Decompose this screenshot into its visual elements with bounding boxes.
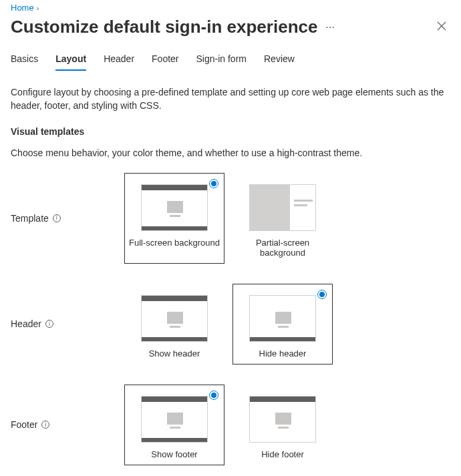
tab-review[interactable]: Review	[264, 49, 295, 71]
info-icon[interactable]: i	[45, 320, 53, 328]
radio-selected-icon	[209, 391, 218, 400]
template-option-full-screen[interactable]: Full-screen background	[124, 173, 224, 264]
visual-templates-heading: Visual templates	[11, 126, 450, 137]
thumbnail-icon	[249, 184, 316, 231]
info-icon[interactable]: i	[53, 214, 61, 222]
close-icon[interactable]	[433, 17, 450, 37]
breadcrumb: Home ›	[11, 0, 450, 13]
header-label: Header	[11, 318, 41, 329]
info-icon[interactable]: i	[41, 421, 49, 429]
tab-layout[interactable]: Layout	[55, 49, 86, 71]
footer-option-hide[interactable]: Hide footer	[233, 385, 333, 465]
header-option-label: Hide header	[259, 348, 307, 359]
thumbnail-icon	[249, 295, 316, 342]
radio-selected-icon	[209, 179, 218, 188]
header-option-label: Show header	[149, 348, 200, 359]
chevron-right-icon: ›	[37, 4, 39, 12]
template-label: Template	[11, 213, 49, 224]
template-option-label: Full-screen background	[129, 238, 220, 248]
more-actions-button[interactable]: ⋯	[325, 22, 335, 33]
thumbnail-icon	[141, 295, 208, 342]
tab-signin-form[interactable]: Sign-in form	[196, 49, 247, 71]
radio-selected-icon	[317, 290, 327, 299]
footer-option-show[interactable]: Show footer	[124, 385, 224, 465]
thumbnail-icon	[141, 184, 208, 231]
thumbnail-icon	[249, 396, 316, 443]
page-title: Customize default sign-in experience	[11, 17, 317, 37]
tab-basics[interactable]: Basics	[11, 49, 38, 71]
footer-option-label: Hide footer	[261, 449, 304, 459]
footer-label: Footer	[11, 419, 37, 430]
template-option-partial-screen[interactable]: Partial-screen background	[233, 173, 333, 264]
visual-templates-description: Choose menu behavior, your color theme, …	[11, 146, 450, 160]
template-option-label: Partial-screen background	[237, 238, 328, 258]
tab-footer[interactable]: Footer	[152, 49, 178, 71]
tab-header[interactable]: Header	[104, 49, 134, 71]
footer-option-label: Show footer	[151, 449, 197, 459]
thumbnail-icon	[141, 396, 208, 443]
breadcrumb-home-link[interactable]: Home	[11, 3, 34, 13]
tabs: Basics Layout Header Footer Sign-in form…	[11, 49, 450, 71]
header-option-show[interactable]: Show header	[124, 284, 224, 365]
layout-description: Configure layout by choosing a pre-defin…	[11, 85, 450, 113]
header-option-hide[interactable]: Hide header	[233, 284, 333, 365]
